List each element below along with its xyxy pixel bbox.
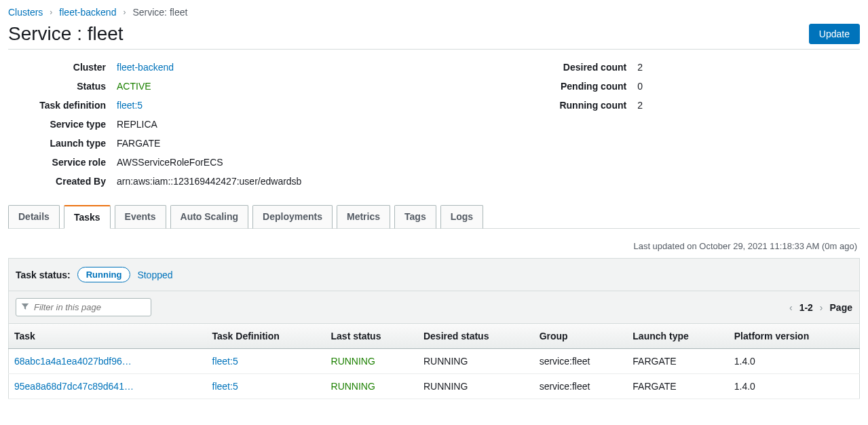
breadcrumb-cluster-name[interactable]: fleet-backend bbox=[59, 7, 116, 18]
detail-label: Created By bbox=[8, 176, 117, 187]
last-status: RUNNING bbox=[331, 356, 375, 367]
detail-value: AWSServiceRoleForECS bbox=[117, 157, 223, 168]
detail-label: Launch type bbox=[8, 138, 117, 149]
launch-type: FARGATE bbox=[627, 374, 728, 399]
tab-tasks[interactable]: Tasks bbox=[64, 205, 111, 229]
detail-label: Task definition bbox=[8, 100, 117, 111]
detail-value[interactable]: fleet:5 bbox=[117, 100, 143, 111]
detail-label: Running count bbox=[542, 100, 637, 111]
desired-status: RUNNING bbox=[418, 349, 534, 374]
pager-range: 1-2 bbox=[799, 302, 813, 313]
page-title: Service : fleet bbox=[8, 23, 124, 45]
detail-value: REPLICA bbox=[117, 119, 157, 130]
platform-version: 1.4.0 bbox=[729, 349, 860, 374]
detail-value: arn:aws:iam::123169442427:user/edwardsb bbox=[117, 176, 301, 187]
tasks-table: TaskTask DefinitionLast statusDesired st… bbox=[8, 324, 860, 399]
tab-metrics[interactable]: Metrics bbox=[337, 205, 390, 229]
column-header[interactable]: Launch type bbox=[627, 324, 728, 349]
breadcrumb-current: Service: fleet bbox=[132, 7, 187, 18]
tab-auto-scaling[interactable]: Auto Scaling bbox=[170, 205, 249, 229]
chevron-right-icon: › bbox=[50, 7, 52, 17]
update-button[interactable]: Update bbox=[809, 24, 860, 44]
tab-tags[interactable]: Tags bbox=[394, 205, 436, 229]
detail-value: 2 bbox=[637, 62, 643, 73]
column-header[interactable]: Desired status bbox=[418, 324, 534, 349]
last-status: RUNNING bbox=[331, 381, 375, 392]
detail-label: Desired count bbox=[542, 62, 637, 73]
group: service:fleet bbox=[534, 374, 628, 399]
group: service:fleet bbox=[534, 349, 628, 374]
pager-page-label: Page bbox=[830, 302, 852, 313]
column-header[interactable]: Last status bbox=[326, 324, 418, 349]
column-header[interactable]: Task Definition bbox=[207, 324, 326, 349]
task-id-link[interactable]: 95ea8a68d7dc47c89d641… bbox=[14, 381, 134, 392]
desired-status: RUNNING bbox=[418, 374, 534, 399]
task-status-stopped-link[interactable]: Stopped bbox=[137, 270, 172, 280]
pager-prev-icon[interactable]: ‹ bbox=[789, 302, 793, 313]
last-updated-text: Last updated on October 29, 2021 11:18:3… bbox=[8, 241, 860, 258]
detail-value: 0 bbox=[637, 81, 643, 92]
table-row: 95ea8a68d7dc47c89d641…fleet:5RUNNINGRUNN… bbox=[9, 374, 860, 399]
pager-next-icon[interactable]: › bbox=[820, 302, 823, 313]
tab-details[interactable]: Details bbox=[8, 205, 60, 229]
task-status-label: Task status: bbox=[16, 270, 71, 280]
filter-input[interactable] bbox=[16, 298, 151, 316]
detail-label: Service role bbox=[8, 157, 117, 168]
task-id-link[interactable]: 68abc1a4a1ea4027bdf96… bbox=[14, 356, 132, 367]
detail-label: Cluster bbox=[8, 62, 117, 73]
pager: ‹ 1-2 › Page bbox=[789, 302, 852, 313]
detail-value: ACTIVE bbox=[117, 81, 151, 92]
task-status-running-pill[interactable]: Running bbox=[77, 267, 131, 282]
detail-label: Status bbox=[8, 81, 117, 92]
column-header[interactable]: Task bbox=[9, 324, 207, 349]
breadcrumb: Clusters › fleet-backend › Service: flee… bbox=[8, 7, 860, 18]
tab-logs[interactable]: Logs bbox=[440, 205, 483, 229]
tab-deployments[interactable]: Deployments bbox=[252, 205, 333, 229]
chevron-right-icon: › bbox=[123, 7, 126, 17]
detail-value: 2 bbox=[637, 100, 643, 111]
platform-version: 1.4.0 bbox=[729, 374, 860, 399]
detail-label: Service type bbox=[8, 119, 117, 130]
tab-events[interactable]: Events bbox=[115, 205, 166, 229]
table-row: 68abc1a4a1ea4027bdf96…fleet:5RUNNINGRUNN… bbox=[9, 349, 860, 374]
detail-value[interactable]: fleet-backend bbox=[117, 62, 174, 73]
task-definition-link[interactable]: fleet:5 bbox=[212, 356, 238, 367]
launch-type: FARGATE bbox=[627, 349, 728, 374]
task-status-bar: Task status: Running Stopped bbox=[8, 258, 860, 291]
task-definition-link[interactable]: fleet:5 bbox=[212, 381, 238, 392]
breadcrumb-clusters[interactable]: Clusters bbox=[8, 7, 43, 18]
detail-label: Pending count bbox=[542, 81, 637, 92]
column-header[interactable]: Group bbox=[534, 324, 628, 349]
column-header[interactable]: Platform version bbox=[729, 324, 860, 349]
detail-value: FARGATE bbox=[117, 138, 160, 149]
